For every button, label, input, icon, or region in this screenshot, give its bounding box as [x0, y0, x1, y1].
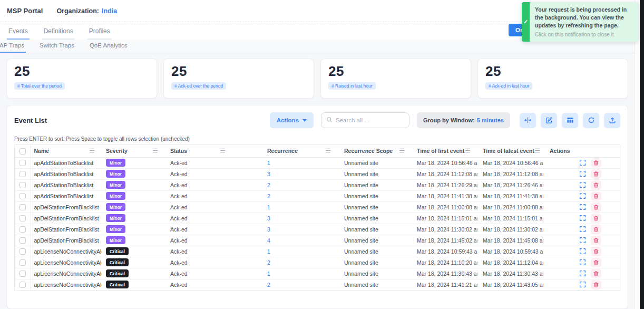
severity-badge: Minor: [106, 181, 125, 189]
stat-value: 25: [14, 64, 149, 80]
row-checkbox[interactable]: [19, 237, 26, 244]
edit-button[interactable]: [541, 113, 557, 128]
expand-icon[interactable]: [577, 268, 588, 278]
column-resize-icon: [524, 117, 532, 124]
actions-button[interactable]: Actions: [270, 112, 314, 128]
expand-icon[interactable]: [577, 180, 588, 189]
column-label: Severity: [106, 148, 128, 154]
filter-menu-icon[interactable]: [152, 148, 158, 154]
columns-button[interactable]: [562, 113, 578, 128]
recurrence-link[interactable]: 1: [267, 248, 270, 255]
row-checkbox[interactable]: [19, 215, 26, 221]
delete-icon[interactable]: [591, 169, 601, 179]
status-cell: Ack-ed: [165, 190, 232, 201]
actions-button-label: Actions: [277, 117, 299, 123]
delete-icon[interactable]: [591, 269, 601, 278]
subtab-qoe-analytics[interactable]: QoE Analytics: [88, 42, 129, 53]
delete-icon[interactable]: [591, 280, 601, 289]
recurrence-link[interactable]: 1: [267, 160, 270, 166]
filter-menu-icon[interactable]: [534, 148, 540, 154]
recurrence-link[interactable]: 1: [267, 271, 270, 277]
table-row: apAddStationToBlacklistMinorAck-ed2Unnam…: [15, 179, 620, 190]
delete-icon[interactable]: [591, 214, 601, 223]
msp-portal-app: MSP Portal Organization: India EventsDef…: [0, 0, 635, 309]
search-input[interactable]: [336, 117, 399, 123]
severity-badge: Minor: [106, 225, 125, 233]
search-box[interactable]: [321, 112, 409, 128]
filter-menu-icon[interactable]: [89, 148, 95, 154]
row-checkbox[interactable]: [19, 282, 26, 288]
column-header-status[interactable]: Status: [165, 145, 232, 157]
recurrence-link[interactable]: 2: [267, 182, 270, 188]
severity-cell: Minor: [102, 190, 165, 201]
event-list-panel: Event List Actions Group by Window: 5 mi…: [6, 105, 628, 309]
filter-menu-icon[interactable]: [399, 148, 405, 154]
expand-icon[interactable]: [577, 246, 588, 256]
recurrence-link[interactable]: 4: [267, 237, 270, 244]
delete-icon[interactable]: [591, 258, 601, 267]
recurrence-link[interactable]: 2: [267, 282, 270, 288]
tab-profiles[interactable]: Profiles: [87, 24, 112, 40]
first-event-time-cell: Mar 18, 2024 11:10:20 am: [412, 257, 477, 268]
filter-menu-icon[interactable]: [325, 148, 331, 154]
subtab-ap-traps[interactable]: AP Traps: [0, 42, 26, 53]
notification-toast[interactable]: ✓ Your request is being processed in the…: [522, 2, 639, 42]
expand-icon[interactable]: [577, 257, 588, 267]
recurrence-cell: 2: [232, 279, 338, 290]
severity-badge: Minor: [106, 236, 125, 244]
column-header-name[interactable]: Name: [31, 145, 102, 157]
status-cell: Ack-ed: [165, 201, 232, 213]
page-scrollbar[interactable]: [635, 0, 640, 309]
table-body: apAddStationToBlacklistMinorAck-ed1Unnam…: [15, 157, 620, 290]
expand-icon[interactable]: [577, 202, 588, 211]
row-checkbox[interactable]: [19, 259, 26, 266]
row-checkbox[interactable]: [19, 204, 26, 210]
expand-icon[interactable]: [577, 158, 588, 167]
column-header-severity[interactable]: Severity: [102, 145, 165, 157]
row-checkbox[interactable]: [19, 226, 26, 233]
recurrence-link[interactable]: 3: [267, 226, 270, 233]
delete-icon[interactable]: [591, 191, 601, 201]
expand-icon[interactable]: [577, 213, 588, 223]
row-checkbox[interactable]: [19, 248, 26, 255]
delete-icon[interactable]: [591, 236, 601, 245]
expand-icon[interactable]: [577, 169, 588, 178]
delete-icon[interactable]: [591, 158, 601, 168]
column-header-time-of-latest-event[interactable]: Time of latest event: [477, 145, 543, 157]
expand-icon[interactable]: [577, 280, 588, 289]
row-checkbox[interactable]: [19, 171, 26, 177]
filter-menu-icon[interactable]: [465, 148, 471, 154]
column-header-recurrence[interactable]: Recurrence: [232, 145, 338, 157]
subtab-switch-traps[interactable]: Switch Traps: [38, 42, 76, 53]
expand-icon[interactable]: [577, 224, 588, 234]
organization-value[interactable]: India: [102, 7, 117, 15]
delete-icon[interactable]: [591, 180, 601, 190]
recurrence-link[interactable]: 2: [267, 193, 270, 199]
recurrence-link[interactable]: 1: [267, 204, 270, 210]
recurrence-link[interactable]: 3: [267, 215, 270, 221]
row-checkbox[interactable]: [19, 193, 26, 199]
refresh-button[interactable]: [583, 113, 599, 128]
column-header-actions[interactable]: Actions: [543, 145, 620, 157]
expand-icon[interactable]: [577, 191, 588, 200]
tab-events[interactable]: Events: [7, 24, 30, 40]
export-button[interactable]: [604, 113, 620, 128]
row-checkbox[interactable]: [19, 182, 26, 188]
group-by-window[interactable]: Group by Window: 5 minutes: [417, 112, 510, 128]
status-cell: Ack-ed: [165, 157, 232, 168]
tab-definitions[interactable]: Definitions: [42, 24, 75, 40]
row-checkbox[interactable]: [19, 160, 26, 166]
column-header-recurrence-scope[interactable]: Recurrence Scope: [338, 145, 412, 157]
delete-icon[interactable]: [591, 247, 601, 256]
row-checkbox[interactable]: [19, 271, 26, 277]
delete-icon[interactable]: [591, 202, 601, 212]
recurrence-link[interactable]: 2: [267, 259, 270, 266]
select-all-checkbox[interactable]: [19, 148, 26, 154]
column-resize-button[interactable]: [520, 113, 536, 128]
expand-icon[interactable]: [577, 235, 588, 245]
filter-menu-icon[interactable]: [220, 148, 226, 154]
actions-cell: [543, 235, 620, 246]
column-header-time-of-first-event[interactable]: Time of first event: [412, 145, 477, 157]
recurrence-link[interactable]: 3: [267, 171, 270, 177]
delete-icon[interactable]: [591, 225, 601, 234]
